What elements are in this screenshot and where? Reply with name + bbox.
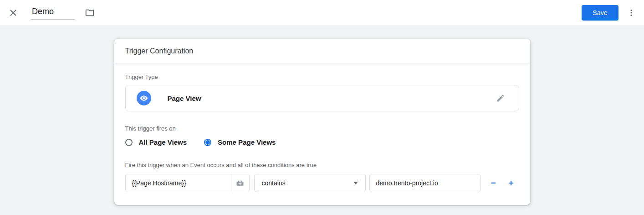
edit-trigger-button[interactable] [494,92,507,105]
folder-button[interactable] [83,6,97,20]
condition-operator-value: contains [262,179,286,187]
variable-brick-icon [235,178,245,188]
condition-value-input[interactable] [369,174,481,192]
save-button[interactable]: Save [582,5,618,21]
radio-unselected-icon [125,139,133,146]
trigger-configuration-card: Trigger Configuration Trigger Type Page … [114,39,530,205]
radio-some-page-views-label: Some Page Views [218,138,276,146]
close-button[interactable] [6,6,20,20]
conditions-label: Fire this trigger when an Event occurs a… [125,162,519,168]
trigger-type-box[interactable]: Page View [125,85,519,111]
condition-variable-field [125,174,250,192]
fires-on-section: This trigger fires on All Page Views Som… [125,125,519,146]
conditions-section: Fire this trigger when an Event occurs a… [125,162,519,192]
chevron-down-icon [353,182,358,184]
eye-icon [137,91,151,105]
top-bar: Save [0,0,644,26]
condition-operator-select[interactable]: contains [254,174,366,192]
kebab-menu-icon [627,8,636,17]
folder-icon [85,8,95,18]
variable-picker-button[interactable] [231,174,249,192]
close-icon [8,8,18,18]
remove-condition-button[interactable]: − [488,176,499,190]
radio-all-page-views[interactable]: All Page Views [125,138,187,146]
condition-variable-input[interactable] [126,174,231,192]
card-body: Trigger Type Page View This trigger fire… [114,63,530,205]
radio-some-page-views[interactable]: Some Page Views [204,138,276,146]
add-condition-button[interactable]: + [506,176,516,190]
radio-selected-icon [204,139,211,146]
trigger-type-value: Page View [168,94,201,102]
radio-all-page-views-label: All Page Views [139,138,187,146]
trigger-type-label: Trigger Type [125,73,519,80]
trigger-name-input[interactable] [31,6,75,20]
fires-on-options: All Page Views Some Page Views [125,138,519,146]
fires-on-label: This trigger fires on [125,125,519,132]
condition-row: contains − + [125,174,519,192]
pencil-icon [496,94,505,103]
more-options-button[interactable] [625,6,638,19]
card-title: Trigger Configuration [114,39,530,63]
